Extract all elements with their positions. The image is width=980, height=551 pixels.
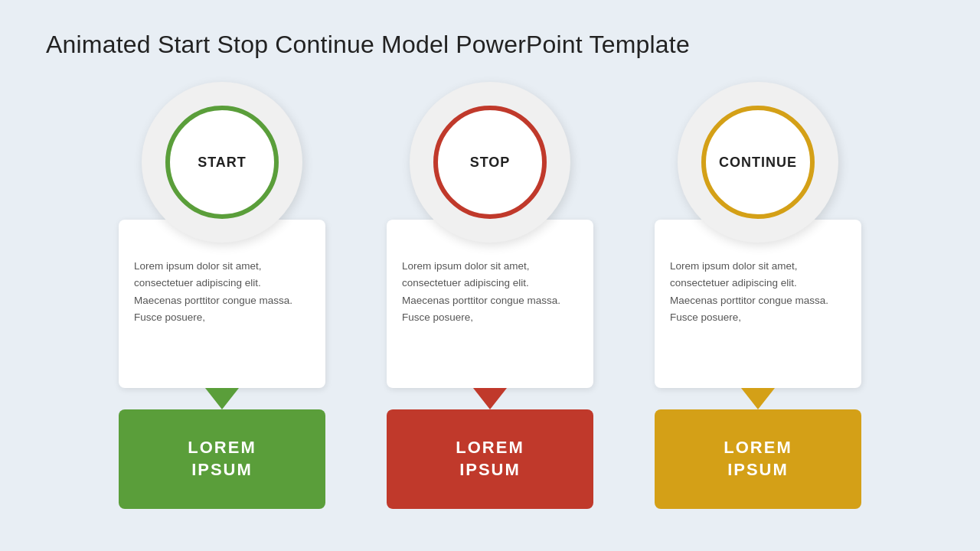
arrow-continue bbox=[741, 388, 775, 409]
bottom-box-text-continue: LOREM IPSUM bbox=[724, 437, 792, 481]
bottom-box-continue: LOREM IPSUM bbox=[655, 409, 861, 509]
body-text-stop: Lorem ipsum dolor sit amet, consectetuer… bbox=[402, 258, 578, 326]
body-text-continue: Lorem ipsum dolor sit amet, consectetuer… bbox=[670, 258, 846, 326]
column-continue: CONTINUE Lorem ipsum dolor sit amet, con… bbox=[647, 82, 869, 509]
connector-stop: LOREM IPSUM bbox=[387, 388, 593, 509]
circle-inner-stop: STOP bbox=[433, 106, 547, 219]
text-card-start: Lorem ipsum dolor sit amet, consectetuer… bbox=[119, 220, 325, 388]
bottom-box-text-start: LOREM IPSUM bbox=[188, 437, 256, 481]
circle-label-continue: CONTINUE bbox=[719, 155, 797, 171]
slide-title: Animated Start Stop Continue Model Power… bbox=[46, 31, 934, 59]
circle-outer-start: START bbox=[142, 82, 302, 243]
circle-label-stop: STOP bbox=[470, 155, 511, 171]
column-start: START Lorem ipsum dolor sit amet, consec… bbox=[111, 82, 333, 509]
columns-container: START Lorem ipsum dolor sit amet, consec… bbox=[46, 82, 934, 528]
body-text-start: Lorem ipsum dolor sit amet, consectetuer… bbox=[134, 258, 310, 326]
circle-outer-stop: STOP bbox=[410, 82, 570, 243]
arrow-stop bbox=[473, 388, 507, 409]
circle-inner-start: START bbox=[165, 106, 279, 219]
connector-continue: LOREM IPSUM bbox=[655, 388, 861, 509]
circle-label-start: START bbox=[198, 155, 247, 171]
text-card-stop: Lorem ipsum dolor sit amet, consectetuer… bbox=[387, 220, 593, 388]
bottom-box-stop: LOREM IPSUM bbox=[387, 409, 593, 509]
bottom-box-start: LOREM IPSUM bbox=[119, 409, 325, 509]
arrow-start bbox=[205, 388, 239, 409]
slide: Animated Start Stop Continue Model Power… bbox=[0, 0, 980, 551]
circle-outer-continue: CONTINUE bbox=[678, 82, 838, 243]
bottom-box-text-stop: LOREM IPSUM bbox=[456, 437, 524, 481]
circle-inner-continue: CONTINUE bbox=[701, 106, 815, 219]
column-stop: STOP Lorem ipsum dolor sit amet, consect… bbox=[379, 82, 601, 509]
connector-start: LOREM IPSUM bbox=[119, 388, 325, 509]
text-card-continue: Lorem ipsum dolor sit amet, consectetuer… bbox=[655, 220, 861, 388]
